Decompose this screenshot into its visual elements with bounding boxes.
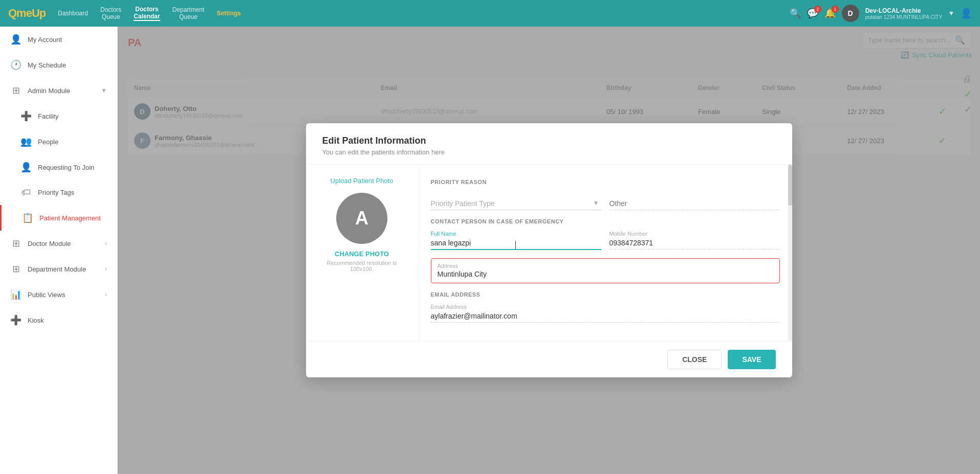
chat-icon[interactable]: 💬 2 — [807, 8, 818, 19]
person-icon: 👤 — [10, 34, 21, 45]
sidebar-item-priority-tags[interactable]: 🏷 Priority Tags — [0, 180, 117, 205]
sidebar-item-my-account[interactable]: 👤 My Account — [0, 27, 117, 52]
sidebar: 👤 My Account 🕐 My Schedule ⊞ Admin Modul… — [0, 27, 118, 474]
edit-patient-modal: Edit Patient Information You can edit th… — [306, 123, 792, 377]
user-avatar-nav[interactable]: D — [842, 5, 859, 22]
sidebar-item-doctor-module[interactable]: ⊞ Doctor Module › — [0, 231, 117, 256]
sidebar-label-priority-tags: Priority Tags — [38, 189, 74, 196]
close-button[interactable]: CLOSE — [667, 350, 722, 369]
sidebar-label-requesting: Requesting To Join — [38, 164, 94, 171]
address-field-wrapper: Address — [431, 258, 780, 283]
scroll-thumb — [788, 165, 792, 206]
sidebar-label-doctor-module: Doctor Module — [28, 240, 71, 247]
search-icon[interactable]: 🔍 — [790, 8, 801, 19]
main-layout: 👤 My Account 🕐 My Schedule ⊞ Admin Modul… — [0, 27, 980, 474]
email-field: Email Address — [431, 304, 780, 323]
contact-emergency-label: CONTACT PERSON IN CASE OF EMERGENCY — [431, 218, 780, 224]
modal-title: Edit Patient Information — [322, 136, 776, 146]
chart-icon: 📊 — [10, 289, 21, 300]
contact-name-row: Full Name Mobile Number — [431, 231, 780, 250]
full-name-field: Full Name — [431, 231, 601, 250]
sidebar-item-facility[interactable]: ➕ Facility — [0, 103, 117, 129]
other-input[interactable] — [609, 191, 780, 210]
modal-body: Upload Patient Photo A CHANGE PHOTO Reco… — [306, 165, 792, 341]
text-cursor-icon — [515, 241, 516, 249]
sidebar-label-patient-management: Patient Management — [39, 214, 101, 222]
sidebar-item-requesting-to-join[interactable]: 👤 Requesting To Join — [0, 154, 117, 180]
sidebar-label-my-account: My Account — [28, 36, 62, 43]
user-info: Dev-LOCAL-Archie putatan 1234 MUNTINLUPA… — [865, 7, 942, 20]
chevron-right-icon-public: › — [105, 291, 107, 298]
mobile-number-label: Mobile Number — [609, 231, 648, 237]
chat-badge: 2 — [814, 6, 821, 13]
full-name-label: Full Name — [431, 231, 456, 237]
chevron-right-icon-doctor: › — [105, 240, 107, 247]
priority-reason-row: Priority Patient Type ▼ — [431, 191, 780, 210]
content-area: PA Type name here to search... 🔍 🔄 Sync … — [118, 27, 980, 474]
kiosk-icon: ➕ — [10, 314, 21, 326]
upload-photo-label[interactable]: Upload Patient Photo — [331, 177, 394, 185]
nav-right: 🔍 💬 2 🔔 1 D Dev-LOCAL-Archie putatan 123… — [790, 5, 972, 22]
priority-patient-type-field: Priority Patient Type ▼ — [431, 191, 601, 210]
sidebar-label-kiosk: Kiosk — [28, 317, 44, 324]
grid-icon: ⊞ — [10, 85, 21, 96]
email-input[interactable] — [431, 304, 780, 323]
chevron-right-icon-dept: › — [105, 265, 107, 273]
user-circle-icon[interactable]: 👤 — [961, 8, 972, 19]
sidebar-item-my-schedule[interactable]: 🕐 My Schedule — [0, 52, 117, 78]
email-section-label: EMAIL ADDRESS — [431, 291, 780, 298]
save-button[interactable]: SAVE — [728, 350, 775, 369]
patient-avatar: A — [336, 193, 387, 244]
people-icon: 👥 — [20, 136, 32, 147]
sidebar-label-my-schedule: My Schedule — [28, 61, 66, 69]
grid2-icon: ⊞ — [10, 238, 21, 249]
sidebar-item-department-module[interactable]: ⊞ Department Module › — [0, 256, 117, 282]
mobile-number-field: Mobile Number — [609, 231, 780, 250]
address-input[interactable] — [438, 270, 773, 278]
email-row: Email Address — [431, 304, 780, 323]
plus-icon-facility: ➕ — [20, 110, 32, 122]
topnav: QmeUp Dashboard DoctorsQueue DoctorsCale… — [0, 0, 980, 27]
nav-doctors-queue[interactable]: DoctorsQueue — [100, 6, 121, 21]
user-subtitle: putatan 1234 MUNTINLUPA CITY — [865, 14, 942, 20]
person-add-icon: 👤 — [20, 162, 32, 173]
nav-department-queue[interactable]: DepartmentQueue — [172, 6, 205, 21]
user-name: Dev-LOCAL-Archie — [865, 7, 942, 14]
photo-hint: Recommended resolution is 100x100. — [318, 260, 406, 272]
grid3-icon: ⊞ — [10, 263, 21, 275]
logo-qme: Qme — [8, 7, 32, 19]
chevron-down-icon[interactable]: ▼ — [948, 10, 954, 17]
sidebar-label-admin-module: Admin Module — [28, 87, 70, 95]
form-panel: PRIORITY REASON Priority Patient Type ▼ — [419, 165, 792, 341]
notification-badge: 1 — [832, 6, 839, 13]
priority-reason-section-label: PRIORITY REASON — [431, 179, 780, 185]
sidebar-label-public-views: Public Views — [28, 291, 65, 299]
tag-icon: 🏷 — [20, 187, 32, 198]
logo[interactable]: QmeUp — [8, 7, 46, 20]
clock-icon: 🕐 — [10, 59, 21, 71]
change-photo-button[interactable]: CHANGE PHOTO — [335, 250, 389, 258]
sidebar-item-people[interactable]: 👥 People — [0, 129, 117, 154]
logo-up: Up — [32, 7, 46, 19]
sidebar-item-kiosk[interactable]: ➕ Kiosk — [0, 307, 117, 333]
sidebar-item-public-views[interactable]: 📊 Public Views › — [0, 282, 117, 307]
sidebar-label-department-module: Department Module — [28, 265, 86, 273]
sidebar-item-admin-module[interactable]: ⊞ Admin Module ▼ — [0, 78, 117, 103]
modal-overlay: Edit Patient Information You can edit th… — [118, 27, 980, 474]
photo-panel: Upload Patient Photo A CHANGE PHOTO Reco… — [306, 165, 419, 341]
nav-doctors-calendar[interactable]: DoctorsCalendar — [134, 6, 160, 21]
nav-dashboard[interactable]: Dashboard — [58, 10, 88, 17]
clipboard-icon: 📋 — [22, 212, 33, 223]
sidebar-label-facility: Facility — [38, 112, 58, 120]
chevron-down-icon-admin: ▼ — [101, 87, 107, 94]
scrollbar[interactable] — [788, 165, 792, 341]
priority-patient-type-select[interactable]: Priority Patient Type — [431, 191, 601, 210]
sidebar-item-patient-management[interactable]: 📋 Patient Management — [0, 205, 117, 231]
email-label: Email Address — [431, 304, 467, 310]
nav-settings[interactable]: Settings — [216, 10, 241, 17]
dropdown-arrow-icon: ▼ — [593, 199, 599, 207]
other-field — [609, 191, 780, 210]
address-label: Address — [438, 263, 773, 269]
notification-icon[interactable]: 🔔 1 — [824, 8, 836, 19]
modal-header: Edit Patient Information You can edit th… — [306, 123, 792, 165]
